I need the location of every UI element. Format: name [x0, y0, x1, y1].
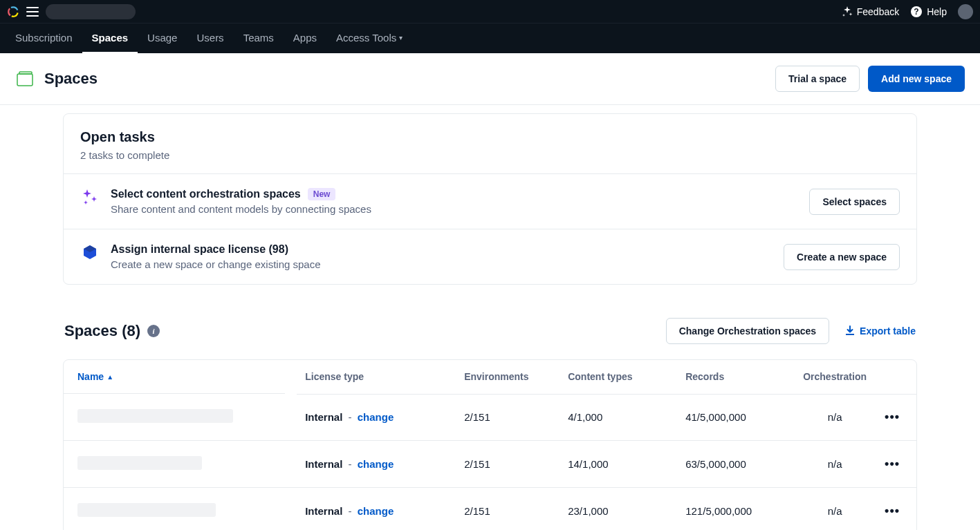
- col-name[interactable]: Name ▲: [64, 360, 285, 394]
- cell-name[interactable]: [64, 441, 297, 488]
- row-actions-menu-icon[interactable]: •••: [885, 410, 900, 424]
- nav-item-teams[interactable]: Teams: [234, 23, 284, 53]
- info-icon[interactable]: i: [147, 325, 160, 337]
- table-row: Internal - change2/1514/1,00041/5,000,00…: [64, 394, 916, 441]
- cell-license: Internal - change: [297, 441, 456, 488]
- task-text: Assign internal space license (98)Create…: [111, 243, 321, 270]
- license-type: Internal: [305, 505, 342, 517]
- task-row: Select content orchestration spacesNewSh…: [64, 173, 916, 229]
- new-badge: New: [308, 188, 336, 200]
- task-action-button[interactable]: Create a new space: [784, 244, 900, 270]
- col-orchestration[interactable]: Orchestration: [795, 360, 875, 394]
- page-title: Spaces: [44, 70, 98, 88]
- nav-item-users[interactable]: Users: [187, 23, 233, 53]
- sparkle-icon: [842, 6, 853, 17]
- user-avatar[interactable]: [958, 4, 973, 19]
- table-row: Internal - change2/15123/1,000121/5,000,…: [64, 488, 916, 531]
- cell-records: 121/5,000,000: [677, 488, 795, 531]
- cell-actions: •••: [875, 488, 916, 531]
- task-description: Share content and content models by conn…: [111, 203, 371, 215]
- cell-records: 63/5,000,000: [677, 441, 795, 488]
- add-new-space-button[interactable]: Add new space: [868, 66, 965, 92]
- chevron-down-icon: ▾: [399, 34, 403, 41]
- nav-item-access-tools[interactable]: Access Tools▾: [326, 23, 412, 53]
- spaces-folder-icon: [15, 69, 35, 88]
- spaces-section-header: Spaces (8) i Change Orchestration spaces…: [63, 318, 917, 344]
- nav-item-usage[interactable]: Usage: [138, 23, 187, 53]
- help-link[interactable]: ? Help: [910, 6, 947, 18]
- task-title-row: Select content orchestration spacesNew: [111, 188, 371, 200]
- spaces-table: Name ▲ License type Environments Content…: [63, 359, 917, 530]
- svg-text:?: ?: [914, 7, 919, 17]
- cell-orchestration: n/a: [795, 441, 875, 488]
- task-action-button[interactable]: Select spaces: [809, 189, 900, 215]
- nav-item-apps[interactable]: Apps: [284, 23, 326, 53]
- cell-license: Internal - change: [297, 394, 456, 441]
- topbar-right: Feedback ? Help: [842, 4, 973, 19]
- nav-item-subscription[interactable]: Subscription: [6, 23, 82, 53]
- page-header-actions: Trial a space Add new space: [775, 66, 965, 92]
- task-title: Assign internal space license (98): [111, 243, 288, 256]
- task-row: Assign internal space license (98)Create…: [64, 229, 916, 284]
- cell-name[interactable]: [64, 394, 297, 441]
- help-label: Help: [927, 6, 947, 17]
- col-license[interactable]: License type: [297, 360, 456, 394]
- open-tasks-card: Open tasks 2 tasks to complete Select co…: [63, 113, 917, 285]
- cell-content-types: 14/1,000: [560, 441, 677, 488]
- topbar-left: [7, 4, 136, 19]
- cell-content-types: 23/1,000: [560, 488, 677, 531]
- row-actions-menu-icon[interactable]: •••: [885, 504, 900, 518]
- sort-asc-icon: ▲: [107, 373, 113, 381]
- space-name: [77, 503, 216, 517]
- task-description: Create a new space or change existing sp…: [111, 258, 321, 270]
- download-icon: [844, 325, 856, 337]
- cell-environments: 2/151: [456, 441, 560, 488]
- svg-rect-6: [19, 72, 32, 74]
- open-tasks-header: Open tasks 2 tasks to complete: [64, 114, 916, 173]
- col-content-types[interactable]: Content types: [560, 360, 677, 394]
- cell-orchestration: n/a: [795, 394, 875, 441]
- spaces-section-actions: Change Orchestration spaces Export table: [666, 318, 916, 344]
- cell-license: Internal - change: [297, 488, 456, 531]
- trial-space-button[interactable]: Trial a space: [775, 66, 860, 92]
- page-header: Spaces Trial a space Add new space: [0, 53, 980, 105]
- contentful-logo-icon[interactable]: [7, 6, 19, 18]
- task-left: Assign internal space license (98)Create…: [80, 243, 321, 270]
- nav-item-spaces[interactable]: Spaces: [82, 23, 138, 53]
- feedback-link[interactable]: Feedback: [842, 6, 899, 17]
- task-text: Select content orchestration spacesNewSh…: [111, 188, 371, 215]
- cell-environments: 2/151: [456, 488, 560, 531]
- spaces-section-title: Spaces (8): [64, 322, 140, 340]
- feedback-label: Feedback: [857, 6, 899, 17]
- org-switcher[interactable]: [46, 4, 136, 19]
- cell-environments: 2/151: [456, 394, 560, 441]
- open-tasks-title: Open tasks: [80, 129, 900, 145]
- cell-name[interactable]: [64, 488, 297, 531]
- open-tasks-subtitle: 2 tasks to complete: [80, 149, 900, 161]
- change-license-link[interactable]: change: [358, 505, 394, 517]
- col-environments[interactable]: Environments: [456, 360, 560, 394]
- sparkle-icon: [80, 188, 100, 207]
- license-type: Internal: [305, 411, 342, 423]
- row-actions-menu-icon[interactable]: •••: [885, 457, 900, 471]
- task-title-row: Assign internal space license (98): [111, 243, 321, 256]
- change-license-link[interactable]: change: [358, 458, 394, 470]
- col-records[interactable]: Records: [677, 360, 795, 394]
- cell-actions: •••: [875, 441, 916, 488]
- table-row: Internal - change2/15114/1,00063/5,000,0…: [64, 441, 916, 488]
- export-table-link[interactable]: Export table: [844, 325, 916, 337]
- export-table-label: Export table: [860, 325, 916, 337]
- space-name: [77, 409, 233, 423]
- change-orchestration-spaces-button[interactable]: Change Orchestration spaces: [666, 318, 829, 344]
- svg-rect-5: [17, 74, 33, 86]
- main-nav: SubscriptionSpacesUsageUsersTeamsAppsAcc…: [0, 23, 980, 53]
- content-area: Open tasks 2 tasks to complete Select co…: [63, 105, 917, 530]
- change-license-link[interactable]: change: [358, 411, 394, 423]
- help-icon: ?: [910, 6, 923, 18]
- hamburger-menu-icon[interactable]: [26, 6, 39, 18]
- table-header-row: Name ▲ License type Environments Content…: [64, 360, 916, 394]
- task-title: Select content orchestration spaces: [111, 188, 301, 200]
- license-type: Internal: [305, 458, 342, 470]
- space-name: [77, 456, 202, 470]
- task-left: Select content orchestration spacesNewSh…: [80, 188, 371, 215]
